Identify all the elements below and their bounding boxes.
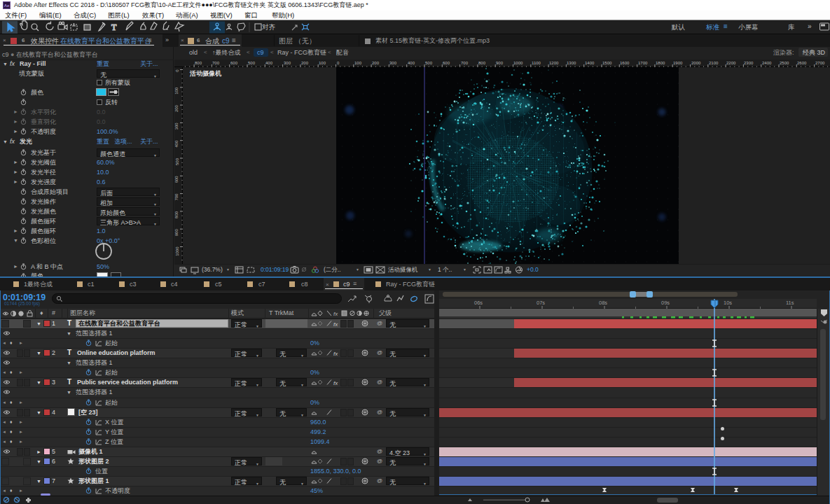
- svg-text:700: 700: [461, 61, 469, 65]
- svg-text:0: 0: [175, 69, 179, 72]
- svg-text:200: 200: [175, 104, 179, 112]
- svg-text:2200: 2200: [726, 61, 736, 65]
- svg-text:2000: 2000: [691, 61, 701, 65]
- svg-text:1300: 1300: [567, 61, 576, 65]
- svg-text:1200: 1200: [549, 61, 559, 65]
- svg-text:2600: 2600: [797, 61, 807, 65]
- svg-text:100: 100: [175, 87, 179, 94]
- svg-text:T: T: [111, 22, 117, 32]
- svg-text:600: 600: [175, 176, 179, 183]
- svg-text:10s: 10s: [724, 300, 732, 306]
- svg-text:700: 700: [175, 193, 179, 201]
- svg-text:1600: 1600: [620, 61, 630, 65]
- svg-text:800: 800: [175, 211, 179, 218]
- svg-text:0: 0: [337, 61, 340, 65]
- svg-text:200: 200: [301, 61, 309, 65]
- svg-text:400: 400: [175, 140, 179, 148]
- svg-text:2400: 2400: [762, 61, 772, 65]
- svg-text:1100: 1100: [532, 61, 541, 65]
- svg-text:500: 500: [248, 61, 256, 65]
- svg-text:1000: 1000: [513, 61, 523, 65]
- svg-text:300: 300: [175, 122, 179, 130]
- svg-text:500: 500: [425, 61, 433, 65]
- svg-text:100: 100: [319, 61, 326, 65]
- svg-text:1500: 1500: [602, 61, 612, 65]
- svg-text:900: 900: [175, 229, 179, 237]
- svg-text:300: 300: [389, 61, 397, 65]
- svg-text:2100: 2100: [709, 61, 719, 65]
- svg-text:1900: 1900: [673, 61, 683, 65]
- svg-text:300: 300: [284, 61, 291, 65]
- svg-text:500: 500: [175, 158, 179, 165]
- svg-text:1700: 1700: [638, 61, 648, 65]
- svg-text:1400: 1400: [585, 61, 595, 65]
- svg-text:1000: 1000: [175, 246, 179, 256]
- svg-text:900: 900: [496, 61, 504, 65]
- svg-text:fx: fx: [333, 351, 338, 357]
- svg-text:700: 700: [212, 61, 220, 65]
- svg-text:11s: 11s: [786, 300, 794, 306]
- svg-text:200: 200: [372, 61, 380, 65]
- svg-text:07s: 07s: [537, 300, 545, 306]
- svg-text:1800: 1800: [656, 61, 665, 65]
- svg-text:2300: 2300: [744, 61, 754, 65]
- svg-text:08s: 08s: [599, 300, 607, 306]
- svg-text:fx: fx: [333, 321, 338, 328]
- svg-text:400: 400: [408, 61, 415, 65]
- svg-text:fx: fx: [333, 380, 338, 386]
- svg-text:800: 800: [478, 61, 486, 65]
- svg-text:06s: 06s: [474, 300, 483, 306]
- svg-text:600: 600: [230, 61, 238, 65]
- svg-text:09s: 09s: [661, 300, 670, 306]
- svg-text:600: 600: [443, 61, 450, 65]
- svg-text:400: 400: [265, 61, 273, 65]
- svg-text:fx: fx: [333, 311, 338, 317]
- svg-text:100: 100: [354, 61, 362, 65]
- svg-text:2700: 2700: [815, 61, 825, 65]
- svg-text:800: 800: [195, 61, 202, 65]
- svg-text:2500: 2500: [780, 61, 789, 65]
